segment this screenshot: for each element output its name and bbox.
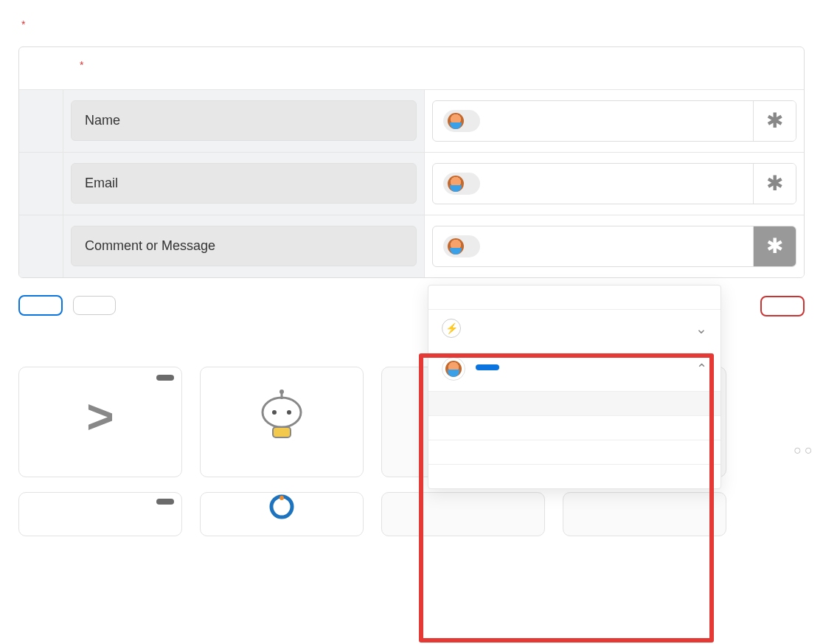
token-pill[interactable] [443, 173, 480, 195]
token-option[interactable] [428, 391, 720, 415]
table-header: * [19, 47, 804, 89]
chevron-up-icon: ⌃ [696, 361, 707, 377]
table-row: ✱ [19, 152, 804, 215]
wpforms-icon [448, 238, 464, 255]
required-asterisk: * [21, 18, 25, 30]
integration-card-placeholder[interactable] [18, 492, 182, 536]
chevron-down-icon: ⌄ [695, 320, 707, 337]
token-option[interactable] [428, 415, 720, 440]
svg-point-0 [263, 398, 301, 427]
not-connected-badge [156, 375, 174, 381]
column-input[interactable] [71, 163, 417, 204]
column-input[interactable] [71, 100, 417, 141]
token-group-chip [476, 364, 499, 370]
svg-point-1 [272, 410, 277, 415]
save-button[interactable] [18, 295, 63, 316]
token-picker-button[interactable]: ✱ [753, 226, 796, 266]
required-asterisk: * [80, 59, 83, 71]
column-input[interactable] [71, 226, 417, 266]
header-number [19, 47, 63, 89]
wpforms-icon [442, 357, 465, 381]
table-row: ✱ [19, 215, 804, 277]
value-field[interactable] [433, 164, 753, 204]
row-number [19, 215, 63, 277]
row-section-label: * [18, 18, 805, 38]
integration-card-placeholder[interactable] [381, 492, 545, 536]
svg-point-2 [287, 410, 291, 415]
integration-card-activecampaign[interactable]: > [18, 367, 182, 477]
automator-icon [252, 367, 311, 466]
integration-card-placeholder[interactable] [563, 492, 726, 536]
integration-card-automator[interactable] [200, 367, 364, 477]
value-field[interactable] [433, 101, 753, 141]
row-number [19, 90, 63, 152]
wpforms-icon [448, 113, 464, 129]
table-row: ✱ [19, 89, 804, 152]
get-columns-button[interactable] [760, 296, 805, 316]
integration-icon [267, 492, 296, 525]
more-icon[interactable]: ○○ [794, 443, 816, 458]
svg-rect-5 [273, 427, 291, 437]
header-column: * [63, 47, 425, 89]
row-number [19, 153, 63, 215]
token-picker-button[interactable]: ✱ [753, 101, 796, 141]
cancel-button[interactable] [73, 296, 116, 315]
value-field[interactable] [433, 226, 753, 266]
svg-point-4 [279, 389, 284, 394]
token-group-header[interactable]: ⌃ [428, 347, 720, 391]
row-mapping-table: * ✱ [18, 46, 805, 278]
token-option[interactable] [428, 464, 720, 488]
wpforms-icon [448, 176, 464, 192]
token-dropdown: ⚡ ⌄ ⌃ [428, 285, 721, 489]
bolt-icon: ⚡ [442, 319, 461, 338]
not-connected-badge [156, 499, 174, 505]
token-search-input[interactable] [428, 285, 720, 309]
integration-card-placeholder[interactable] [200, 492, 364, 536]
token-pill[interactable] [443, 235, 480, 257]
token-option[interactable] [428, 440, 720, 464]
token-pill[interactable] [443, 110, 480, 132]
activecampaign-icon: > [86, 367, 114, 466]
header-value [425, 47, 804, 89]
svg-point-7 [279, 496, 284, 500]
token-picker-button[interactable]: ✱ [753, 164, 796, 204]
advanced-group[interactable]: ⚡ ⌄ [428, 309, 720, 347]
